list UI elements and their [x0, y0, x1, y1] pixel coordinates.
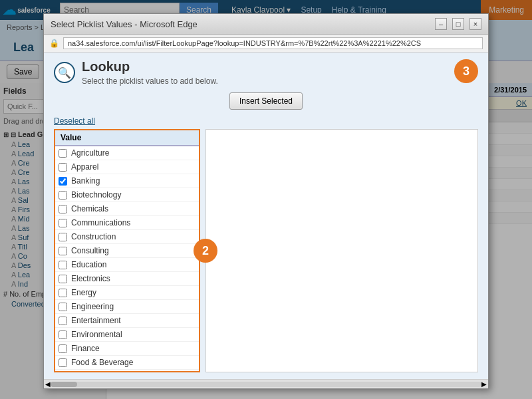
picklist-checkbox[interactable]: [59, 317, 67, 325]
lookup-header: 🔍 Lookup Select the picklist values to a…: [44, 53, 488, 89]
picklist-label: Biotechnology: [71, 190, 121, 200]
picklist-item[interactable]: Finance: [55, 342, 199, 356]
picklist-item[interactable]: Communications: [55, 216, 199, 230]
picklist-item[interactable]: Construction: [55, 230, 199, 244]
picklist-item[interactable]: Biotechnology: [55, 188, 199, 202]
picklist-item[interactable]: Entertainment: [55, 314, 199, 328]
scrollbar-track: [51, 382, 481, 387]
picklist-checkbox[interactable]: [59, 275, 67, 283]
picklist-label: Food & Beverage: [71, 358, 133, 367]
picklist-label: Education: [71, 260, 106, 269]
picklist-item[interactable]: Engineering: [55, 300, 199, 314]
url-bar[interactable]: na34.salesforce.com/ui/list/FilterLookup…: [63, 37, 483, 49]
picklist-left: Value AgricultureApparelBankingBiotechno…: [54, 129, 200, 372]
picklist-label: Environmental: [71, 330, 122, 339]
picklist-label: Chemicals: [71, 204, 108, 213]
step3-badge: 3: [454, 59, 478, 83]
lookup-icon: 🔍: [54, 62, 75, 83]
picklist-checkbox[interactable]: [59, 344, 67, 353]
picklist-checkbox[interactable]: [59, 331, 67, 339]
picklist-label: Entertainment: [71, 316, 121, 325]
bottom-scrollbar[interactable]: ◀ ▶: [44, 379, 488, 388]
picklist-checkbox[interactable]: [59, 289, 67, 297]
scrollbar-thumb: [51, 382, 77, 387]
dialog-title: Select Picklist Values - Microsoft Edge: [51, 19, 198, 29]
picklist-item[interactable]: Electronics: [55, 272, 199, 286]
close-button[interactable]: ×: [469, 18, 481, 30]
picklist-item[interactable]: Consulting: [55, 244, 199, 258]
picklist-item[interactable]: Environmental: [55, 328, 199, 342]
picklist-checkbox[interactable]: [59, 303, 67, 311]
picklist-checkbox[interactable]: [59, 191, 67, 200]
picklist-checkbox[interactable]: [59, 261, 67, 269]
picklist-checkbox[interactable]: [59, 247, 67, 255]
value-col-header: Value: [55, 130, 199, 146]
picklist-label: Agriculture: [71, 148, 109, 158]
step2-badge: 2: [194, 239, 217, 263]
picklist-checkbox[interactable]: [59, 177, 67, 186]
picklist-label: Electronics: [71, 274, 110, 283]
minimize-button[interactable]: –: [435, 18, 447, 30]
deselect-all-link[interactable]: Deselect all: [54, 116, 478, 126]
picklist-item[interactable]: Chemicals: [55, 202, 199, 216]
picklist-label: Construction: [71, 232, 116, 241]
picklist-right: [205, 129, 478, 372]
picklist-item[interactable]: Food & Beverage: [55, 356, 199, 370]
picklist-label: Energy: [71, 288, 96, 297]
picklist-label: Finance: [71, 344, 100, 353]
lookup-subtitle: Select the picklist values to add below.: [82, 76, 218, 86]
insert-selected-button[interactable]: Insert Selected: [229, 92, 303, 110]
picklist-checkbox[interactable]: [59, 233, 67, 241]
dialog-titlebar: Select Picklist Values - Microsoft Edge …: [44, 14, 488, 35]
picklist-label: Engineering: [71, 302, 114, 311]
picklist-label: Consulting: [71, 246, 109, 255]
picklist-item[interactable]: Apparel: [55, 160, 199, 174]
maximize-button[interactable]: □: [452, 18, 464, 30]
picklist-label: Communications: [71, 218, 130, 227]
lock-icon: 🔒: [49, 39, 59, 48]
picklist-label: Banking: [71, 176, 100, 186]
picklist-item[interactable]: Banking: [55, 174, 199, 188]
picklist-checkbox[interactable]: [59, 358, 67, 367]
dialog-content: 🔍 Lookup Select the picklist values to a…: [44, 53, 488, 379]
dialog-controls: – □ ×: [435, 18, 481, 30]
lookup-title: Lookup: [82, 59, 218, 74]
dialog-urlbar: 🔒 na34.salesforce.com/ui/list/FilterLook…: [44, 35, 488, 53]
picklist-checkbox[interactable]: [59, 149, 67, 158]
lookup-title-area: 🔍 Lookup Select the picklist values to a…: [54, 59, 218, 86]
picklist-checkbox[interactable]: [59, 219, 67, 227]
picklist-label: Apparel: [71, 162, 98, 172]
picklist-item[interactable]: Education: [55, 258, 199, 272]
picklist-checkbox[interactable]: [59, 205, 67, 213]
picklist-item[interactable]: Energy: [55, 286, 199, 300]
picklist-checkbox[interactable]: [59, 163, 67, 172]
picklist-table: Value AgricultureApparelBankingBiotechno…: [55, 130, 199, 370]
lookup-text: Lookup Select the picklist values to add…: [82, 59, 218, 86]
dialog-window: Select Picklist Values - Microsoft Edge …: [43, 13, 489, 389]
picklist-item[interactable]: Agriculture: [55, 146, 199, 160]
